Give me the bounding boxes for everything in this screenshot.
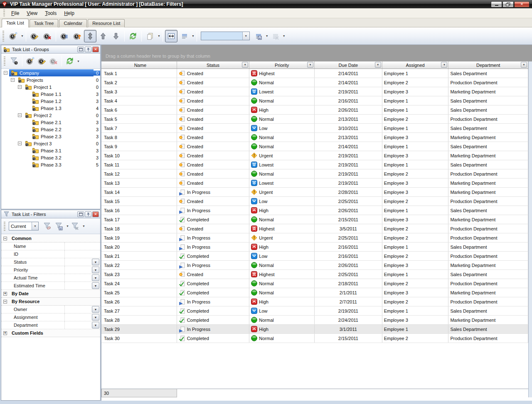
column-filter-button[interactable]: ▼ xyxy=(375,62,381,68)
chevron-down-icon[interactable]: ▼ xyxy=(192,34,195,37)
tree-node-phase-3-1[interactable]: Phase 3.1 3 xyxy=(1,147,100,154)
filters-close-button[interactable]: ✕ xyxy=(92,211,99,217)
tree-node-phase-3-2[interactable]: Phase 3.2 3 xyxy=(1,154,100,161)
move-up-button[interactable] xyxy=(97,30,109,42)
move-down-button[interactable] xyxy=(110,30,122,42)
minimize-button[interactable] xyxy=(491,1,502,7)
task-row-task-22[interactable]: Task 22 In Progress Normal 2/26/2011 Emp… xyxy=(101,261,528,270)
tree-node-phase-3-3[interactable]: Phase 3.3 5 xyxy=(1,161,100,168)
tab-resource-list[interactable]: Resource List xyxy=(88,19,125,27)
menu-grip-handle[interactable] xyxy=(3,10,5,16)
filter-dropdown-button[interactable]: ▼ xyxy=(92,314,99,321)
section-expander[interactable]: + xyxy=(3,331,7,335)
filter-dropdown-button[interactable]: ▼ xyxy=(92,306,99,313)
column-header-assigned[interactable]: Assigned▼ xyxy=(382,61,449,69)
task-list-button[interactable] xyxy=(58,30,71,42)
tree-node-project-2[interactable]: − Project 2 0 xyxy=(1,112,100,119)
filter-dropdown-button[interactable]: ▼ xyxy=(92,267,99,273)
menu-file[interactable]: File xyxy=(7,9,23,17)
tree-node-phase-1-2[interactable]: Phase 1.2 3 xyxy=(1,98,100,105)
delete-group-button[interactable] xyxy=(48,56,59,66)
chevron-down-icon[interactable]: ▼ xyxy=(21,34,24,37)
restore-button[interactable] xyxy=(502,1,514,7)
duplicate-button[interactable] xyxy=(144,30,156,42)
filter-dropdown-button[interactable]: ▼ xyxy=(92,274,99,281)
delete-task-button[interactable] xyxy=(41,30,54,42)
chevron-down-icon[interactable]: ▼ xyxy=(66,225,69,228)
chevron-down-icon[interactable]: ▼ xyxy=(158,34,160,37)
column-header-name[interactable]: Name xyxy=(101,61,177,69)
task-row-task-29[interactable]: Task 29 In Progress High 3/1/2011 Employ… xyxy=(101,325,528,334)
section-expander[interactable]: − xyxy=(3,300,7,304)
column-header-department[interactable]: Department▼ xyxy=(448,61,528,69)
filter-groups-button[interactable] xyxy=(9,56,20,66)
groups-close-button[interactable]: ✕ xyxy=(92,47,99,52)
task-row-task-16[interactable]: Task 16 In Progress High 2/26/2011 Emplo… xyxy=(101,206,528,215)
task-row-task-10[interactable]: Task 10 Created Urgent 2/19/2011 Employe… xyxy=(101,151,528,160)
column-header-priority[interactable]: Priority▼ xyxy=(249,61,315,69)
task-row-task-24[interactable]: Task 24 Completed Normal 2/18/2011 Emplo… xyxy=(101,279,528,288)
chevron-down-icon[interactable]: ▼ xyxy=(242,32,249,40)
task-row-task-18[interactable]: Task 18 Created Highest 3/5/2011 Employe… xyxy=(101,224,528,233)
tab-calendar[interactable]: Calendar xyxy=(59,19,87,27)
tree-expander[interactable]: − xyxy=(18,113,22,117)
column-filter-button[interactable]: ▼ xyxy=(242,62,248,68)
filters-toolbar-grip[interactable] xyxy=(4,222,5,231)
tree-expander[interactable]: − xyxy=(11,78,15,82)
column-header-due-date[interactable]: Due Date▼ xyxy=(315,61,382,69)
filter-dropdown-button[interactable]: ▼ xyxy=(92,259,99,265)
chevron-down-icon[interactable]: ▼ xyxy=(266,34,268,37)
delete-filter-button[interactable] xyxy=(70,221,81,232)
tree-node-projects[interactable]: − Projects 0 xyxy=(1,76,100,83)
filter-section-custom-fields[interactable]: +Custom Fields xyxy=(1,329,100,337)
filters-float-button[interactable] xyxy=(77,211,84,217)
tree-expander[interactable]: − xyxy=(18,142,22,145)
filter-dropdown-button[interactable]: ▼ xyxy=(92,282,99,289)
task-row-task-28[interactable]: Task 28 Completed Normal 2/24/2011 Emplo… xyxy=(101,316,528,325)
filters-pin-button[interactable] xyxy=(85,211,91,217)
task-row-task-13[interactable]: Task 13 Created Lowest 2/19/2011 Employe… xyxy=(101,179,528,188)
filter-preset-combobox[interactable]: Current ▼ xyxy=(9,222,39,230)
save-filter-button[interactable] xyxy=(54,221,64,232)
columns-list-button[interactable] xyxy=(178,30,190,42)
task-row-task-30[interactable]: Task 30 Completed Normal 2/15/2011 Emplo… xyxy=(101,334,528,343)
task-row-task-7[interactable]: Task 7 Created Low 3/10/2011 Employee 1 … xyxy=(101,124,528,133)
column-filter-button[interactable]: ▼ xyxy=(307,62,313,68)
view-combobox[interactable]: ▼ xyxy=(201,32,250,40)
move-updown-button[interactable] xyxy=(84,30,96,42)
clear-filter-button[interactable] xyxy=(42,221,53,232)
fit-columns-button[interactable] xyxy=(165,30,177,42)
task-row-task-2[interactable]: Task 2 Created Normal 2/14/2011 Employee… xyxy=(101,78,528,87)
task-row-task-11[interactable]: Task 11 Created Lowest 2/19/2011 Employe… xyxy=(101,160,528,169)
groups-toolbar-grip[interactable] xyxy=(4,56,5,66)
tree-expander[interactable]: − xyxy=(18,85,22,89)
task-row-task-26[interactable]: Task 26 In Progress High 2/7/2011 Employ… xyxy=(101,297,528,306)
task-row-task-9[interactable]: Task 9 Created Normal 2/14/2011 Employee… xyxy=(101,142,528,151)
tab-task-list[interactable]: Task List xyxy=(2,19,29,27)
new-task-button[interactable] xyxy=(7,30,20,42)
chevron-down-icon[interactable]: ▼ xyxy=(32,222,38,230)
tree-node-phase-2-2[interactable]: Phase 2.2 3 xyxy=(1,126,100,133)
save-view-button[interactable] xyxy=(252,30,264,42)
tree-node-phase-1-1[interactable]: Phase 1.1 3 xyxy=(1,91,100,98)
filter-section-common[interactable]: −Common xyxy=(1,235,100,242)
task-row-task-5[interactable]: Task 5 Created Normal 2/13/2011 Employee… xyxy=(101,115,528,124)
toolbar-grip-handle[interactable] xyxy=(2,31,4,42)
task-row-task-1[interactable]: Task 1 Created Highest 2/14/2011 Employe… xyxy=(101,69,528,78)
task-row-task-19[interactable]: Task 19 In Progress Urgent 2/25/2011 Emp… xyxy=(101,233,528,242)
task-row-task-14[interactable]: Task 14 In Progress Urgent 2/28/2011 Emp… xyxy=(101,188,528,197)
add-group-button[interactable] xyxy=(25,56,36,66)
task-row-task-23[interactable]: Task 23 Created Highest 2/25/2011 Employ… xyxy=(101,270,528,279)
task-row-task-15[interactable]: Task 15 Created Low 2/25/2011 Employee 2… xyxy=(101,197,528,206)
task-row-task-4[interactable]: Task 4 Created Normal 2/16/2011 Employee… xyxy=(101,96,528,105)
tree-node-project-1[interactable]: − Project 1 0 xyxy=(1,83,100,91)
menu-help[interactable]: Help xyxy=(60,9,78,17)
task-row-task-25[interactable]: Task 25 Completed Normal 2/1/2011 Employ… xyxy=(101,288,528,297)
menu-tools[interactable]: Tools xyxy=(41,9,60,17)
edit-task-button[interactable] xyxy=(28,30,41,42)
edit-group-button[interactable] xyxy=(37,56,47,66)
tree-node-phase-2-3[interactable]: Phase 2.3 3 xyxy=(1,133,100,140)
filter-section-by-resource[interactable]: −By Resource xyxy=(1,298,100,306)
column-header-status[interactable]: Status▼ xyxy=(177,61,250,69)
vertical-scrollbar[interactable] xyxy=(528,61,532,397)
